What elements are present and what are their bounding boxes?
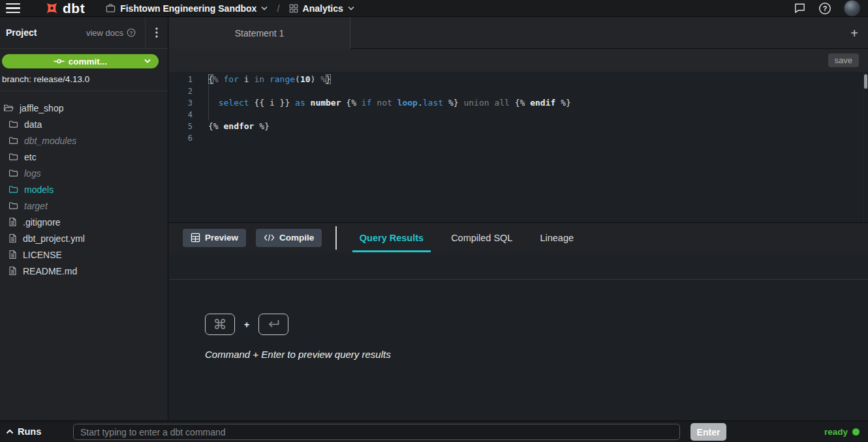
- folder-icon: [8, 136, 18, 145]
- view-docs-link[interactable]: view docs ?: [86, 28, 136, 38]
- tree-item-data[interactable]: data: [0, 116, 168, 132]
- chat-icon[interactable]: [794, 2, 806, 14]
- chevron-down-icon: [348, 6, 354, 10]
- code-line-content: [193, 132, 208, 144]
- chevron-down-icon[interactable]: [144, 59, 151, 63]
- account-switcher[interactable]: Fishtown Engineering Sandbox: [106, 3, 268, 14]
- code-line: 6: [169, 132, 868, 144]
- git-commit-icon: [54, 57, 65, 65]
- ide-status: ready: [824, 421, 860, 442]
- results-tabs: Query ResultsCompiled SQLLineage: [352, 223, 581, 252]
- hamburger-menu-icon[interactable]: [6, 3, 20, 14]
- editor-tab-bar: Statement 1 +: [169, 17, 868, 49]
- tree-item-jaffle-shop[interactable]: jaffle_shop: [0, 100, 168, 116]
- code-line-content: {% endfor %}: [193, 121, 270, 132]
- code-line: 3 select {{ i }} as number {% if not loo…: [169, 97, 868, 109]
- status-text: ready: [824, 427, 848, 437]
- file-icon: [8, 217, 17, 227]
- file-icon: [8, 233, 17, 243]
- dbt-wordmark: dbt: [63, 1, 85, 16]
- editor-scrollbar-thumb[interactable]: [864, 74, 867, 89]
- tab-query-results[interactable]: Query Results: [352, 223, 431, 252]
- folder-icon: [8, 168, 18, 178]
- tab-compiled-sql[interactable]: Compiled SQL: [444, 223, 519, 252]
- folder-icon: [8, 152, 18, 162]
- tree-item-label: jaffle_shop: [20, 103, 63, 113]
- tree-item-label: target: [24, 201, 48, 211]
- tree-item-etc[interactable]: etc: [0, 149, 168, 165]
- results-subheader: [169, 252, 868, 280]
- code-editor[interactable]: 1{% for i in range(10) %}23 select {{ i …: [169, 72, 868, 222]
- enter-button[interactable]: Enter: [690, 423, 726, 441]
- project-switcher[interactable]: Analytics: [289, 3, 354, 14]
- line-number: 3: [169, 97, 193, 109]
- code-line-content: [193, 85, 208, 97]
- project-sidebar: Project view docs ? commit... branch: re…: [0, 17, 168, 420]
- chevron-down-icon: [261, 6, 268, 10]
- line-number: 2: [169, 85, 193, 97]
- sidebar-header: Project view docs ?: [0, 17, 168, 49]
- help-icon[interactable]: ?: [818, 2, 831, 15]
- tree-item-label: logs: [24, 168, 41, 179]
- tree-item-target[interactable]: target: [0, 198, 168, 214]
- editor-tab-label: Statement 1: [235, 28, 285, 38]
- tree-item-label: models: [24, 184, 54, 195]
- editor-scrollbar-track[interactable]: [863, 72, 868, 222]
- folder-open-icon: [3, 103, 14, 113]
- sidebar-menu-icon[interactable]: [146, 27, 168, 38]
- help-circle-icon: ?: [127, 28, 136, 37]
- code-line: 4: [169, 109, 868, 121]
- tab-lineage[interactable]: Lineage: [533, 223, 581, 252]
- runs-panel-toggle[interactable]: Runs: [6, 426, 41, 437]
- table-icon: [191, 233, 200, 243]
- tab-label: Compiled SQL: [451, 233, 512, 243]
- code-icon: [264, 233, 275, 242]
- line-number: 6: [169, 132, 193, 144]
- code-lines: 1{% for i in range(10) %}23 select {{ i …: [169, 72, 868, 144]
- tree-item-dbt-project-yml[interactable]: dbt_project.yml: [0, 230, 168, 246]
- main-area: Statement 1 + save 1{% for i in range(10…: [169, 17, 868, 420]
- tree-item-dbt-modules[interactable]: dbt_modules: [0, 132, 168, 149]
- tree-item-gitignore[interactable]: .gitignore: [0, 214, 168, 230]
- results-panel: ⌘ + Command + Enter to preview query res…: [169, 280, 868, 420]
- chevron-up-icon: [6, 429, 14, 434]
- account-name: Fishtown Engineering Sandbox: [120, 3, 256, 14]
- divider: [335, 226, 337, 250]
- tree-item-label: README.md: [23, 266, 77, 276]
- enter-key-icon: [258, 314, 288, 335]
- code-line-content: [193, 109, 208, 121]
- tree-item-label: dbt_project.yml: [23, 233, 85, 244]
- branch-label: branch: release/4.13.0: [2, 74, 89, 84]
- code-line: 1{% for i in range(10) %}: [169, 74, 868, 85]
- line-number: 5: [169, 121, 193, 132]
- status-bar: Runs Enter ready: [0, 420, 868, 442]
- commit-button[interactable]: commit...: [2, 54, 159, 68]
- new-tab-button[interactable]: +: [846, 25, 863, 42]
- indent-guide: [208, 85, 209, 121]
- folder-icon: [8, 119, 18, 129]
- file-icon: [8, 250, 17, 259]
- save-button[interactable]: save: [828, 53, 859, 67]
- view-docs-label: view docs: [86, 28, 123, 38]
- tree-item-license[interactable]: LICENSE: [0, 246, 168, 263]
- tree-item-readme-md[interactable]: README.md: [0, 263, 168, 279]
- preview-button-label: Preview: [205, 233, 238, 243]
- file-icon: [8, 266, 17, 276]
- plus-separator: +: [244, 319, 249, 330]
- user-avatar[interactable]: [844, 0, 860, 16]
- dbt-command-input[interactable]: [73, 424, 680, 440]
- project-name: Analytics: [303, 3, 343, 14]
- runs-label: Runs: [18, 426, 41, 437]
- tab-label: Lineage: [540, 233, 574, 243]
- tree-item-label: etc: [24, 152, 37, 162]
- tree-item-label: dbt_modules: [24, 136, 76, 146]
- compile-button[interactable]: Compile: [256, 229, 322, 247]
- compile-button-label: Compile: [279, 233, 314, 243]
- folder-icon: [8, 201, 18, 211]
- code-line: 2: [169, 85, 868, 97]
- preview-button[interactable]: Preview: [183, 229, 246, 247]
- dbt-cloud-ide: dbt Fishtown Engineering Sandbox / Analy…: [0, 0, 868, 442]
- editor-tab-statement-1[interactable]: Statement 1: [169, 17, 350, 49]
- tree-item-models[interactable]: models: [0, 181, 168, 198]
- tree-item-logs[interactable]: logs: [0, 165, 168, 181]
